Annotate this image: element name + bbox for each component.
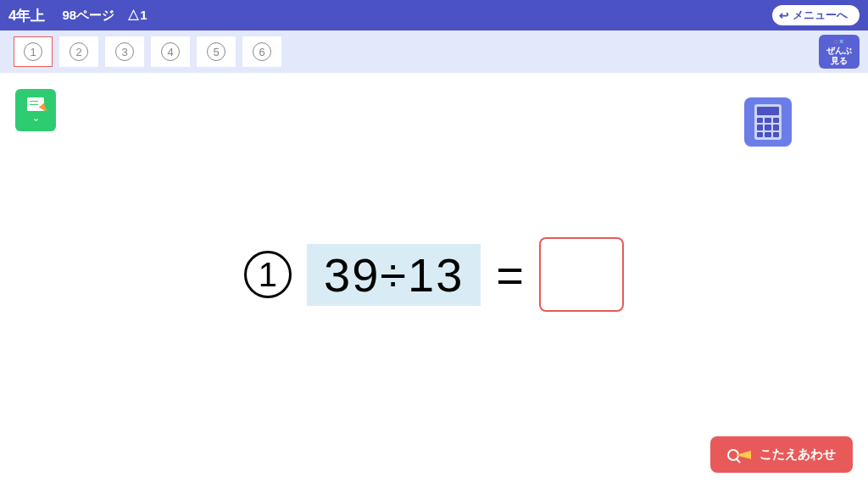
nav-num: 4 <box>161 42 180 61</box>
view-all-line1: ぜんぶ <box>826 46 852 56</box>
check-label: こたえあわせ <box>760 446 836 463</box>
calculator-button[interactable] <box>744 97 792 147</box>
nav-item-6[interactable]: 6 <box>242 36 281 67</box>
header-bar: 4年上 98ページ △1 ↩ メニューへ <box>0 0 868 30</box>
nav-num: 2 <box>70 42 88 61</box>
equals-sign: = <box>496 247 524 302</box>
problem-expression: 39÷13 <box>307 244 481 306</box>
note-icon <box>27 97 44 111</box>
nav-bar: 1 2 3 4 5 6 ○× ぜんぶ 見る <box>0 30 868 73</box>
chevron-down-icon: ⌄ <box>32 113 40 124</box>
ox-icon: ○× <box>834 37 845 47</box>
nav-num: 6 <box>253 42 271 61</box>
check-pencil-icon <box>727 449 751 461</box>
note-tool-button[interactable]: ⌄ <box>15 89 56 131</box>
back-arrow-icon: ↩ <box>779 8 789 22</box>
grade-label: 4年上 <box>8 6 45 25</box>
view-all-line2: 見る <box>831 56 848 66</box>
nav-items: 1 2 3 4 5 6 <box>8 36 281 67</box>
problem-area: 1 39÷13 = <box>0 237 868 312</box>
header-left: 4年上 98ページ △1 <box>8 6 147 25</box>
calculator-icon <box>754 104 782 140</box>
menu-label: メニューへ <box>793 8 848 23</box>
view-all-button[interactable]: ○× ぜんぶ 見る <box>819 35 860 69</box>
nav-item-2[interactable]: 2 <box>59 36 98 67</box>
nav-item-5[interactable]: 5 <box>197 36 236 67</box>
answer-input-box[interactable] <box>539 237 624 312</box>
nav-item-4[interactable]: 4 <box>151 36 190 67</box>
nav-num: 5 <box>207 42 225 61</box>
nav-item-3[interactable]: 3 <box>105 36 144 67</box>
nav-num: 3 <box>115 42 134 61</box>
problem-number: 1 <box>244 251 292 298</box>
nav-num: 1 <box>24 42 42 61</box>
check-answer-button[interactable]: こたえあわせ <box>710 436 853 473</box>
page-info: 98ページ △1 <box>62 8 147 24</box>
nav-item-1[interactable]: 1 <box>14 36 53 67</box>
menu-button[interactable]: ↩ メニューへ <box>772 5 860 25</box>
